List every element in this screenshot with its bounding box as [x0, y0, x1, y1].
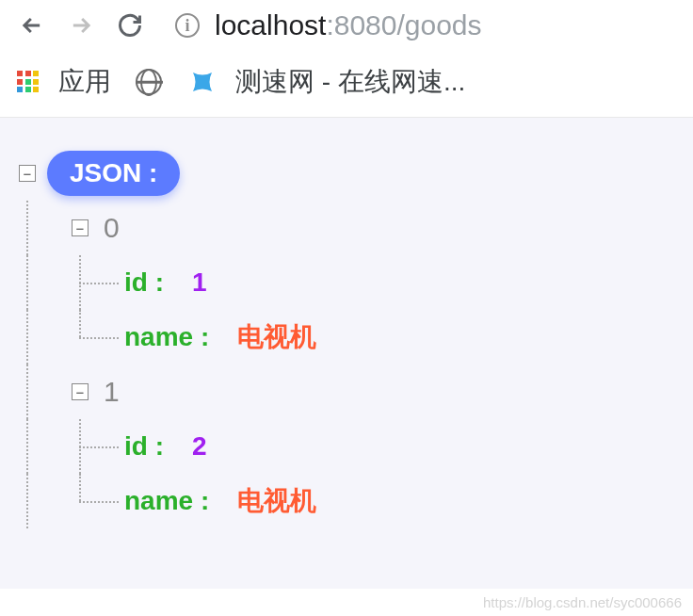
array-index: 0	[104, 212, 120, 244]
back-button[interactable]	[17, 10, 47, 41]
json-viewer: − JSON : − 0 id : 1 name : 电视机 − 1	[0, 118, 693, 589]
forward-button[interactable]	[66, 10, 96, 41]
url-path: /goods	[396, 9, 481, 41]
address-bar[interactable]: localhost:8080/goods	[215, 9, 482, 41]
json-value-number: 2	[192, 431, 207, 462]
url-host: localhost	[215, 9, 326, 41]
speedtest-label[interactable]: 测速网 - 在线网速...	[235, 64, 465, 100]
reload-button[interactable]	[115, 10, 145, 41]
speedtest-icon[interactable]	[188, 68, 217, 96]
collapse-toggle-root[interactable]: −	[19, 165, 36, 182]
json-key: name :	[124, 486, 209, 516]
collapse-toggle-1[interactable]: −	[72, 383, 89, 400]
array-index: 1	[104, 376, 120, 408]
json-key: id :	[124, 267, 164, 298]
url-port: :8080	[326, 9, 396, 41]
apps-icon[interactable]	[17, 71, 40, 93]
collapse-toggle-0[interactable]: −	[72, 219, 89, 236]
json-value-string: 电视机	[237, 319, 316, 355]
json-value-number: 1	[192, 267, 207, 298]
apps-label[interactable]: 应用	[58, 64, 111, 100]
watermark: https://blog.csdn.net/syc000666	[483, 594, 682, 610]
json-value-string: 电视机	[237, 483, 316, 519]
globe-icon[interactable]	[136, 69, 162, 95]
site-info-icon[interactable]: i	[175, 13, 200, 38]
browser-toolbar: i localhost:8080/goods	[0, 0, 693, 51]
bookmarks-bar: 应用 测速网 - 在线网速...	[0, 51, 693, 118]
json-key: id :	[124, 431, 164, 462]
json-key: name :	[124, 322, 209, 352]
json-root-badge[interactable]: JSON :	[47, 151, 180, 196]
